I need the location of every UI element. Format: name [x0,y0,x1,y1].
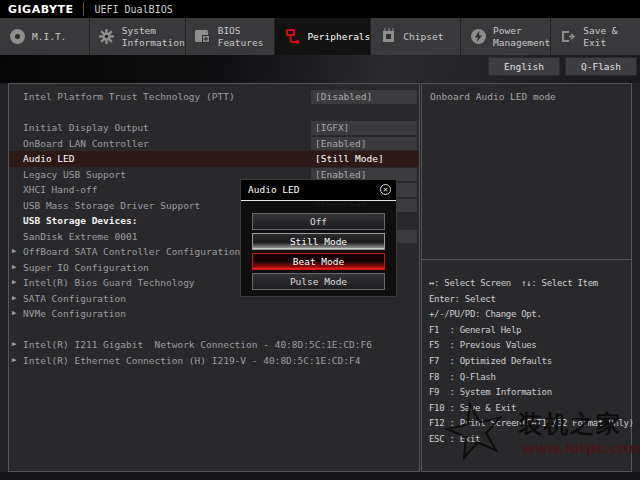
setting-label: Intel(R) Bios Guard Technology [23,275,195,291]
option-off[interactable]: Off [252,213,385,230]
key-legend-line: F10 : Save & Exit [429,401,629,417]
tab-label: BIOS Features [218,25,264,49]
mit-icon [8,28,26,46]
setting-label: NVMe Configuration [23,306,126,322]
option-beat-mode[interactable]: Beat Mode [252,253,385,270]
audio-led-dialog: Audio LED ✕ OffStill ModeBeat ModePulse … [240,179,397,297]
peripherals-icon [283,28,301,46]
firmware-title: UEFI DualBIOS [84,4,172,15]
decorative-band: EnglishQ-Flash [0,55,640,83]
list-spacer [9,322,419,338]
submenu-row[interactable]: ▶Intel(R) Ethernet Connection (H) I219-V… [9,353,419,369]
option-pulse-mode[interactable]: Pulse Mode [252,273,385,290]
tab-save-exit[interactable]: Save & Exit [551,18,640,55]
bios-features-icon [194,28,212,46]
key-legend-line: F9 : System Information [429,385,629,401]
submenu-arrow-icon: ▶ [12,291,16,307]
key-legend-line: F1 : General Help [429,323,629,339]
key-legend-line: F12 : Print Screen(FAT16/32 Format Only) [429,416,629,432]
setting-label: Intel Platform Trust Technology (PTT) [23,89,235,105]
system-information-icon [98,28,116,46]
tab-bar: M.I.T.System InformationBIOS FeaturesPer… [0,18,640,55]
tab-label: System Information [122,25,185,49]
close-icon[interactable]: ✕ [380,184,391,195]
setting-value: [Enabled] [311,137,417,151]
help-panel: Onboard Audio LED mode ↔: Select Screen … [421,83,632,472]
setting-label: Legacy USB Support [23,167,126,183]
power-management-icon [469,28,487,46]
tab-peripherals[interactable]: Peripherals [275,18,371,55]
tab-label: Peripherals [307,31,370,43]
q-flash-button[interactable]: Q-Flash [565,57,637,76]
setting-row[interactable]: Intel Platform Trust Technology (PTT)[Di… [9,89,419,105]
bios-screen: GIGABYTE UEFI DualBIOS M.I.T.System Info… [0,0,640,480]
setting-label: Intel(R) Ethernet Connection (H) I219-V … [23,353,360,369]
tab-chipset[interactable]: Chipset [371,18,461,55]
key-legend-line: F8 : Q-Flash [429,370,629,386]
submenu-arrow-icon: ▶ [12,337,16,353]
save-exit-icon [559,28,577,46]
help-panel-divider [422,259,631,260]
bottom-strip [0,472,640,480]
setting-label: Audio LED [23,151,74,167]
dialog-options: OffStill ModeBeat ModePulse Mode [252,213,385,290]
tab-bios-features[interactable]: BIOS Features [186,18,276,55]
tab-m-i-t-[interactable]: M.I.T. [0,18,90,55]
setting-label: OffBoard SATA Controller Configuration [23,244,240,260]
setting-label: Initial Display Output [23,120,149,136]
tab-label: Chipset [403,31,443,43]
submenu-arrow-icon: ▶ [12,275,16,291]
tab-power-management[interactable]: Power Management [461,18,551,55]
submenu-arrow-icon: ▶ [12,260,16,276]
tab-label: Save & Exit [583,25,640,49]
setting-row[interactable]: Audio LED[Still Mode] [9,151,419,167]
setting-label: USB Storage Devices: [23,213,137,229]
submenu-arrow-icon: ▶ [12,244,16,260]
setting-value: [IGFX] [311,121,417,135]
key-legend: ↔: Select Screen ↑↓: Select ItemEnter: S… [429,276,629,448]
tab-label: M.I.T. [32,31,66,43]
english-button[interactable]: English [488,57,560,76]
dialog-title: Audio LED ✕ [241,180,396,201]
tab-system-information[interactable]: System Information [90,18,186,55]
key-legend-line: +/-/PU/PD: Change Opt. [429,307,629,323]
list-spacer [9,105,419,121]
setting-label: Intel(R) I211 Gigabit Network Connection… [23,337,372,353]
key-legend-line: F7 : Optimized Defaults [429,354,629,370]
chipset-icon [379,28,397,46]
key-legend-line: ↔: Select Screen ↑↓: Select Item [429,276,629,292]
submenu-row[interactable]: ▶NVMe Configuration [9,306,419,322]
key-legend-line: F5 : Previous Values [429,338,629,354]
key-legend-line: Enter: Select [429,292,629,308]
quick-buttons: EnglishQ-Flash [488,57,637,76]
submenu-row[interactable]: ▶Intel(R) I211 Gigabit Network Connectio… [9,337,419,353]
tab-label: Power Management [493,25,550,49]
item-help-text: Onboard Audio LED mode [430,91,556,102]
setting-label: SanDisk Extreme 0001 [23,229,137,245]
title-bar: GIGABYTE UEFI DualBIOS [0,0,640,18]
key-legend-line: ESC : Exit [429,432,629,448]
option-still-mode[interactable]: Still Mode [252,233,385,250]
submenu-arrow-icon: ▶ [12,353,16,369]
setting-label: OnBoard LAN Controller [23,136,149,152]
submenu-arrow-icon: ▶ [12,306,16,322]
setting-value: [Disabled] [311,90,417,104]
setting-row[interactable]: Initial Display Output[IGFX] [9,120,419,136]
setting-label: SATA Configuration [23,291,126,307]
setting-label: USB Mass Storage Driver Support [23,198,200,214]
setting-label: XHCI Hand-off [23,182,97,198]
setting-value: [Still Mode] [311,152,417,166]
gigabyte-logo: GIGABYTE [0,3,83,16]
dialog-title-text: Audio LED [248,184,299,195]
setting-row[interactable]: OnBoard LAN Controller[Enabled] [9,136,419,152]
setting-label: Super IO Configuration [23,260,149,276]
